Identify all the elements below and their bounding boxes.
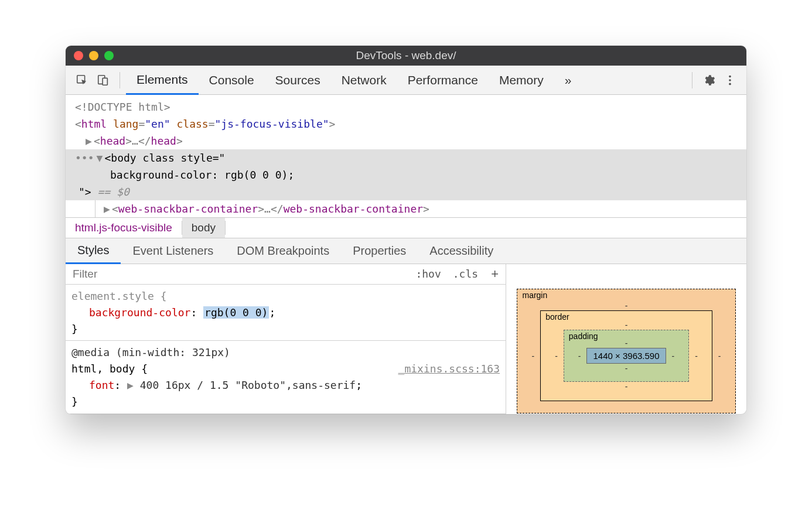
box-model-panel: margin - - border - - padding - [506, 264, 746, 414]
element-style-rule[interactable]: element.style { background-color: rgb(0 … [66, 285, 506, 341]
styles-panel: :hov .cls + element.style { background-c… [66, 264, 506, 414]
main-toolbar: Elements Console Sources Network Perform… [66, 66, 746, 95]
ptab-styles[interactable]: Styles [66, 239, 121, 264]
dom-snackbar[interactable]: ▶<web-snackbar-container>…</web-snackbar… [95, 200, 746, 217]
tab-overflow[interactable]: » [554, 66, 582, 94]
dom-head[interactable]: ▶<head>…</head> [66, 132, 746, 149]
dom-tree[interactable]: <!DOCTYPE html> <html lang="en" class="j… [66, 95, 746, 217]
svg-rect-2 [103, 78, 107, 85]
box-model-content[interactable]: 1440 × 3963.590 [586, 348, 666, 364]
box-model-margin[interactable]: margin - - border - - padding - [517, 289, 735, 413]
tab-network[interactable]: Network [331, 66, 397, 94]
tab-elements[interactable]: Elements [126, 66, 199, 95]
svg-point-4 [729, 79, 731, 81]
ptab-dom-breakpoints[interactable]: DOM Breakpoints [225, 238, 341, 264]
lower-pane: :hov .cls + element.style { background-c… [66, 264, 746, 414]
svg-point-3 [729, 75, 731, 77]
source-link[interactable]: _mixins.scss:163 [398, 361, 500, 377]
ptab-event-listeners[interactable]: Event Listeners [121, 238, 225, 264]
window-title: DevTools - web.dev/ [66, 49, 746, 62]
zoom-window-button[interactable] [104, 51, 114, 60]
pane-tabs: Styles Event Listeners DOM Breakpoints P… [66, 238, 746, 264]
box-model-border[interactable]: border - - padding - - 1440 × 3963.590 - [540, 310, 712, 401]
minimize-window-button[interactable] [89, 51, 98, 60]
tab-memory[interactable]: Memory [489, 66, 554, 94]
devtools-window: DevTools - web.dev/ Elements Console Sou… [66, 46, 746, 414]
close-window-button[interactable] [74, 51, 83, 60]
ptab-accessibility[interactable]: Accessibility [418, 238, 505, 264]
breadcrumb-body[interactable]: body [182, 218, 225, 238]
filter-input[interactable] [66, 268, 410, 281]
add-rule-button[interactable]: + [484, 266, 506, 282]
box-model-padding[interactable]: padding - - 1440 × 3963.590 - - [564, 330, 689, 382]
device-toggle-icon[interactable] [95, 72, 111, 88]
hov-toggle[interactable]: :hov [410, 268, 446, 280]
styles-filter-row: :hov .cls + [66, 264, 506, 285]
toolbar-separator [120, 72, 120, 88]
dom-doctype[interactable]: <!DOCTYPE html> [66, 98, 746, 115]
breadcrumb: html.js-focus-visible body [66, 217, 746, 238]
dom-html-open[interactable]: <html lang="en" class="js-focus-visible"… [66, 115, 746, 132]
dom-body-selected[interactable]: •••▼<body class style=" background-color… [66, 149, 746, 200]
svg-point-5 [729, 83, 731, 85]
traffic-lights [74, 51, 114, 60]
breadcrumb-html[interactable]: html.js-focus-visible [66, 218, 182, 238]
inspect-icon[interactable] [74, 72, 90, 88]
media-style-rule[interactable]: @media (min-width: 321px) html, body {_m… [66, 341, 506, 414]
tab-performance[interactable]: Performance [397, 66, 489, 94]
gear-icon[interactable] [701, 72, 717, 88]
kebab-menu-icon[interactable] [722, 72, 738, 88]
ptab-properties[interactable]: Properties [341, 238, 418, 264]
toolbar-separator [692, 72, 692, 88]
tab-sources[interactable]: Sources [265, 66, 331, 94]
cls-toggle[interactable]: .cls [447, 268, 484, 280]
tab-console[interactable]: Console [199, 66, 265, 94]
titlebar: DevTools - web.dev/ [66, 46, 746, 66]
